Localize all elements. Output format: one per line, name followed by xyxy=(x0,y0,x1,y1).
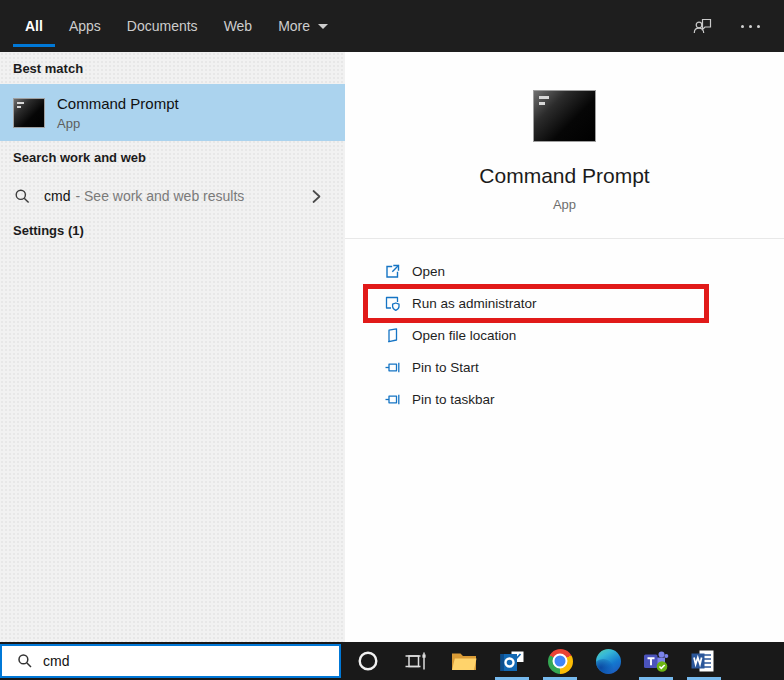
windows-search-flyout: All Apps Documents Web More xyxy=(0,0,784,680)
action-label: Pin to taskbar xyxy=(412,392,495,407)
taskbar-cortana-button[interactable] xyxy=(344,642,392,680)
search-work-web-header: Search work and web xyxy=(0,141,345,173)
app-title: Command Prompt xyxy=(345,164,784,188)
cortana-icon xyxy=(356,649,380,673)
taskbar-edge-button[interactable] xyxy=(584,642,632,680)
best-match-header: Best match xyxy=(0,52,345,84)
taskbar-file-explorer-button[interactable] xyxy=(440,642,488,680)
result-title: Command Prompt xyxy=(57,95,179,112)
result-subtitle: App xyxy=(57,116,179,131)
search-filter-tabs: All Apps Documents Web More xyxy=(25,0,328,52)
pin-icon xyxy=(384,359,401,376)
settings-header: Settings (1) xyxy=(0,219,345,246)
taskbar-teams-button[interactable] xyxy=(632,642,680,680)
chevron-right-icon xyxy=(308,188,325,205)
header-actions xyxy=(692,15,784,37)
tab-web-label: Web xyxy=(224,18,253,34)
suggestion-hint: - See work and web results xyxy=(75,188,244,204)
tab-all-label: All xyxy=(25,18,43,34)
action-pin-to-start[interactable]: Pin to Start xyxy=(345,351,784,383)
tab-apps-label: Apps xyxy=(69,18,101,34)
app-subtitle: App xyxy=(345,197,784,212)
word-icon xyxy=(691,649,717,673)
taskbar-search-box[interactable] xyxy=(0,644,341,678)
best-match-result-command-prompt[interactable]: Command Prompt App xyxy=(0,84,345,141)
open-file-location-icon xyxy=(384,327,401,344)
taskbar-chrome-button[interactable] xyxy=(536,642,584,680)
file-explorer-icon xyxy=(451,650,477,672)
taskbar-search-input[interactable] xyxy=(43,653,313,669)
search-icon xyxy=(14,188,31,205)
teams-icon xyxy=(643,649,669,673)
action-label: Run as administrator xyxy=(412,296,537,311)
tab-apps[interactable]: Apps xyxy=(69,0,101,52)
chevron-down-icon xyxy=(318,24,328,29)
task-view-icon xyxy=(404,649,428,673)
suggestion-query: cmd xyxy=(44,188,70,204)
search-results-area: Best match Command Prompt App Search wor… xyxy=(0,52,784,642)
edge-icon xyxy=(596,649,621,674)
preview-panel: Command Prompt App Open xyxy=(345,52,784,642)
open-icon xyxy=(384,263,401,280)
tab-documents-label: Documents xyxy=(127,18,198,34)
app-actions-list: Open Run as administrator xyxy=(345,239,784,415)
search-icon xyxy=(17,653,33,669)
taskbar xyxy=(0,642,784,680)
chrome-icon xyxy=(548,649,573,674)
tab-all[interactable]: All xyxy=(25,0,43,52)
tab-web[interactable]: Web xyxy=(224,0,253,52)
tab-documents[interactable]: Documents xyxy=(127,0,198,52)
action-pin-to-taskbar[interactable]: Pin to taskbar xyxy=(345,383,784,415)
command-prompt-icon xyxy=(13,98,45,128)
action-label: Open xyxy=(412,264,445,279)
action-label: Open file location xyxy=(412,328,516,343)
search-filter-bar: All Apps Documents Web More xyxy=(0,0,784,52)
taskbar-task-view-button[interactable] xyxy=(392,642,440,680)
action-run-as-administrator[interactable]: Run as administrator xyxy=(345,287,784,319)
taskbar-outlook-button[interactable] xyxy=(488,642,536,680)
app-header: Command Prompt App xyxy=(345,52,784,212)
taskbar-app-icons xyxy=(344,642,728,680)
admin-shield-icon xyxy=(384,295,401,312)
results-panel: Best match Command Prompt App Search wor… xyxy=(0,52,345,642)
action-open[interactable]: Open xyxy=(345,255,784,287)
command-prompt-icon xyxy=(533,90,596,142)
tab-more-label: More xyxy=(278,18,310,34)
action-label: Pin to Start xyxy=(412,360,479,375)
pin-icon xyxy=(384,391,401,408)
action-open-file-location[interactable]: Open file location xyxy=(345,319,784,351)
user-feedback-icon[interactable] xyxy=(692,15,714,37)
web-search-suggestion[interactable]: cmd- See work and web results xyxy=(0,173,345,219)
tab-more[interactable]: More xyxy=(278,0,328,52)
more-options-icon[interactable] xyxy=(741,15,760,37)
taskbar-word-button[interactable] xyxy=(680,642,728,680)
outlook-icon xyxy=(499,649,525,673)
